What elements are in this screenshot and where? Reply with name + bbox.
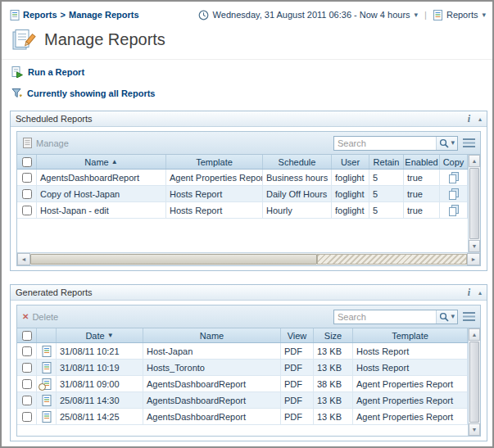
table-settings-icon[interactable]	[463, 138, 475, 147]
copy-icon[interactable]	[448, 172, 460, 183]
cell-date: 31/08/11 10:21	[57, 343, 143, 359]
column-header-copy[interactable]: Copy	[440, 155, 468, 169]
manage-reports-icon	[11, 29, 36, 51]
table-row[interactable]: 31/08/11 10:21 Host-Japan PDF 13 KB Host…	[17, 343, 468, 360]
delete-button-label: Delete	[32, 312, 58, 322]
scroll-right-button[interactable]: ►	[467, 253, 480, 265]
cell-view[interactable]: PDF	[281, 343, 314, 359]
scrollbar-thumb[interactable]	[469, 342, 479, 423]
search-input[interactable]	[334, 138, 436, 148]
scroll-left-button[interactable]: ◄	[17, 253, 30, 265]
search-controls[interactable]: ▾	[436, 137, 457, 150]
cell-view[interactable]: PDF	[281, 376, 314, 391]
cell-template: Hosts Report	[353, 360, 468, 375]
column-header-size[interactable]: Size	[314, 328, 353, 342]
scrollbar-thumb[interactable]	[30, 254, 317, 265]
breadcrumb-root[interactable]: Reports	[23, 10, 57, 20]
row-checkbox[interactable]	[22, 206, 32, 215]
cell-name: Copy of Host-Japan	[37, 186, 166, 201]
search-input[interactable]	[334, 312, 436, 322]
copy-icon[interactable]	[448, 188, 460, 200]
info-icon[interactable]: i	[468, 113, 470, 125]
table-row[interactable]: Copy of Host-Japan Hosts Report Daily Of…	[17, 186, 468, 202]
scroll-down-button[interactable]: ▼	[469, 423, 480, 436]
cell-copy	[440, 202, 468, 218]
row-checkbox-cell	[17, 409, 37, 424]
row-checkbox-cell	[17, 170, 37, 185]
report-file-icon	[41, 411, 52, 423]
table-row[interactable]: AgentsDashboardReport Agent Properties R…	[17, 170, 468, 186]
search-controls[interactable]: ▾	[436, 310, 457, 324]
table-row[interactable]: 31/08/11 10:19 Hosts_Toronto PDF 13 KB H…	[17, 360, 468, 376]
manage-button[interactable]: Manage	[22, 138, 69, 148]
cell-name: Host-Japan	[143, 343, 281, 359]
scroll-up-button[interactable]: ▲	[469, 155, 480, 167]
row-checkbox[interactable]	[22, 396, 32, 405]
collapse-icon[interactable]: ▴	[478, 115, 482, 123]
search-icon	[439, 312, 449, 322]
cell-retain: 5	[369, 170, 404, 185]
horizontal-scrollbar[interactable]: ◄ ►	[17, 252, 480, 265]
table-row[interactable]: 31/08/11 09:00 AgentsDashboardReport PDF…	[17, 376, 468, 392]
scroll-down-button[interactable]: ▼	[469, 240, 480, 252]
scrollbar-thumb[interactable]	[469, 168, 479, 239]
row-checkbox-cell	[17, 343, 37, 359]
column-header-name[interactable]: Name	[143, 328, 281, 342]
column-header-retain[interactable]: Retain	[369, 155, 404, 169]
column-header-name[interactable]: Name ▲	[37, 155, 166, 169]
row-checkbox-cell	[17, 186, 37, 201]
cell-view[interactable]: PDF	[281, 392, 314, 408]
column-header-view[interactable]: View	[281, 328, 314, 342]
report-file-icon	[41, 346, 52, 357]
cell-size: 13 KB	[314, 409, 353, 424]
scheduled-table-body: AgentsDashboardReport Agent Properties R…	[17, 170, 468, 219]
row-checkbox[interactable]	[22, 363, 32, 373]
row-checkbox[interactable]	[22, 379, 32, 389]
cell-size: 13 KB	[314, 392, 353, 408]
cell-template: Agent Properties Report	[353, 376, 468, 391]
column-header-template[interactable]: Template	[166, 155, 263, 169]
row-checkbox[interactable]	[22, 346, 32, 356]
row-checkbox[interactable]	[22, 412, 32, 422]
vertical-scrollbar[interactable]: ▲ ▼	[468, 155, 480, 252]
row-checkbox[interactable]	[22, 173, 32, 183]
column-header-enabled[interactable]: Enabled	[404, 155, 440, 169]
time-range-label[interactable]: Wednesday, 31 August 2011 06:36 - Now 4 …	[213, 10, 410, 20]
generated-reports-grid: Date ▼ Name View Size Template	[16, 328, 481, 437]
table-row[interactable]: 25/08/11 14:25 AgentsDashboardReport PDF…	[17, 409, 468, 425]
chevron-down-icon[interactable]: ▾	[482, 11, 486, 19]
showing-all-reports-control[interactable]: Currently showing all Reports	[11, 88, 155, 98]
copy-icon[interactable]	[448, 205, 460, 216]
report-page-icon	[10, 10, 20, 20]
collapse-icon[interactable]: ▴	[478, 289, 482, 296]
column-header-date[interactable]: Date ▼	[57, 328, 143, 342]
table-row[interactable]: 25/08/11 14:30 AgentsDashboardReport PDF…	[17, 392, 468, 409]
cell-view[interactable]: PDF	[281, 409, 314, 424]
reports-menu-label[interactable]: Reports	[446, 10, 478, 20]
breadcrumb-current: Manage Reports	[69, 10, 139, 20]
cell-template: Hosts Report	[166, 186, 263, 201]
select-all-checkbox[interactable]	[22, 157, 32, 167]
column-header-template[interactable]: Template	[353, 328, 468, 342]
row-checkbox[interactable]	[22, 189, 32, 199]
scroll-up-button[interactable]: ▲	[469, 328, 480, 341]
cell-template: Agent Properties Report	[353, 409, 468, 424]
report-file-icon	[41, 362, 52, 373]
cell-name: AgentsDashboardReport	[143, 392, 281, 408]
run-a-report-link[interactable]: Run a Report	[11, 66, 84, 78]
chevron-down-icon[interactable]: ▾	[415, 11, 419, 19]
column-header-schedule[interactable]: Schedule	[263, 155, 332, 169]
cell-user: foglight	[332, 186, 369, 201]
select-all-checkbox[interactable]	[22, 331, 32, 341]
cell-icon	[37, 343, 57, 359]
table-settings-icon[interactable]	[463, 312, 475, 321]
cell-view[interactable]: PDF	[281, 360, 314, 375]
cell-date: 31/08/11 10:19	[57, 360, 143, 375]
vertical-scrollbar[interactable]: ▲ ▼	[468, 328, 480, 436]
column-header-user[interactable]: User	[332, 155, 369, 169]
info-icon[interactable]: i	[468, 287, 470, 299]
delete-button[interactable]: ✕ Delete	[22, 312, 58, 322]
header-divider	[2, 59, 492, 60]
cell-enabled: true	[404, 186, 440, 201]
table-row[interactable]: Host-Japan - edit Hosts Report Hourly fo…	[17, 202, 468, 219]
